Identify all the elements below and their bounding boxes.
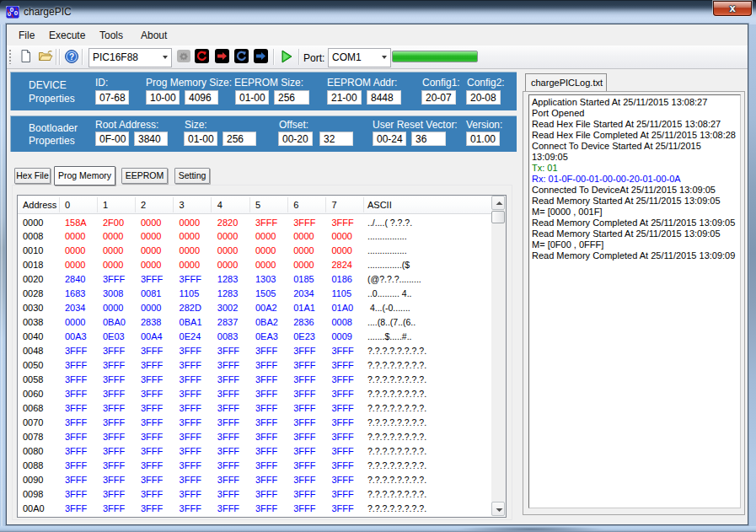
svg-text:0: 0 [14, 9, 19, 17]
svg-text:?: ? [69, 52, 74, 62]
